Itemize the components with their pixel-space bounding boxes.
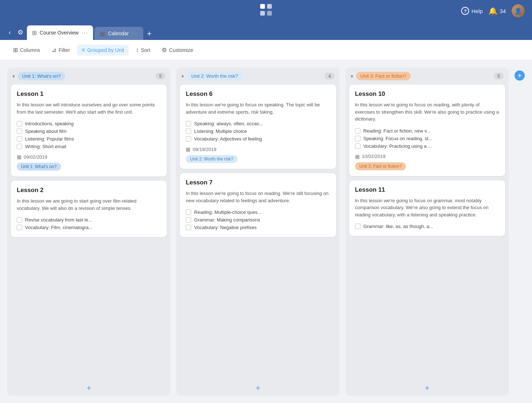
task-label: Writing: Short email xyxy=(25,144,66,149)
add-card-button-unit-2[interactable]: + xyxy=(256,383,261,393)
sort-icon: ↕ xyxy=(136,47,139,53)
notification-button[interactable]: 🔔 34 xyxy=(488,7,506,15)
card-title-lesson-1: Lesson 1 xyxy=(17,90,161,98)
chevron-down-icon[interactable]: ▾ xyxy=(351,73,353,79)
unit-badge-unit-1[interactable]: Unit 1: What's on? xyxy=(18,72,65,80)
task-checkbox[interactable] xyxy=(186,121,191,126)
grouped-by-unit-button[interactable]: ≡ Grouped by Unit xyxy=(77,45,128,56)
columns-icon: ⊞ xyxy=(13,46,18,53)
add-card-button-unit-3[interactable]: + xyxy=(425,383,430,393)
card-lesson-11: Lesson 11In this lesson we're going to f… xyxy=(349,180,505,236)
date-text: 10/02/2019 xyxy=(362,154,386,159)
back-button[interactable]: ‹ xyxy=(6,27,14,38)
add-column-button[interactable]: + xyxy=(515,70,525,81)
task-checkbox[interactable] xyxy=(186,217,191,223)
date-text: 09/02/2019 xyxy=(24,154,47,160)
task-checkbox[interactable] xyxy=(17,129,22,134)
column-header-unit-3: ▾Unit 3: Fact or fiction?5 xyxy=(346,68,509,85)
notification-count: 34 xyxy=(500,8,506,14)
toolbar: ⊞ Columns ⊿ Filter ≡ Grouped by Unit ↕ S… xyxy=(0,40,532,60)
card-unit-badge-lesson-6[interactable]: Unit 2: Worth the risk? xyxy=(186,155,238,163)
task-checkbox[interactable] xyxy=(355,128,360,134)
task-item: Vocabulary: Negative prefixes xyxy=(186,224,330,231)
task-checkbox[interactable] xyxy=(186,209,191,215)
task-item: Vocabulary: Practicing using a ... xyxy=(355,142,499,150)
calendar-icon: ▦ xyxy=(17,154,21,160)
column-unit-2: ▾Unit 2: Worth the risk?4Lesson 6In this… xyxy=(176,68,339,396)
task-label: Reading: Fact or fiction, new v... xyxy=(363,128,431,134)
add-tab-button[interactable]: + xyxy=(145,29,154,38)
group-icon: ≡ xyxy=(81,47,85,53)
card-date-lesson-1: ▦09/02/2019 xyxy=(17,154,161,160)
tab-course-icon: ⊞ xyxy=(32,29,37,36)
tab-calendar-more-icon[interactable]: ⋯ xyxy=(132,29,138,37)
card-description-lesson-11: In this lesson we're going to focus on g… xyxy=(355,197,499,219)
card-title-lesson-6: Lesson 6 xyxy=(186,90,330,98)
card-date-lesson-10: ▦10/02/2019 xyxy=(355,154,499,159)
task-checkbox[interactable] xyxy=(186,136,191,142)
card-lesson-6: Lesson 6In this lesson we're going to fo… xyxy=(180,85,336,169)
task-checkbox[interactable] xyxy=(355,136,360,141)
column-unit-1: ▾Unit 1: What's on?5Lesson 1In this less… xyxy=(7,68,170,396)
task-label: Listening: Multiple choice xyxy=(194,129,247,134)
help-button[interactable]: ? Help xyxy=(461,7,483,15)
task-label: Speaking: Focus on reading, st... xyxy=(363,136,432,141)
task-checkbox[interactable] xyxy=(17,136,22,142)
calendar-icon: ▦ xyxy=(186,146,190,152)
chevron-down-icon[interactable]: ▾ xyxy=(181,73,184,79)
task-checkbox[interactable] xyxy=(17,144,22,149)
task-item: Reading: Fact or fiction, new v... xyxy=(355,127,499,135)
tab-more-icon[interactable]: ⋯ xyxy=(81,29,88,37)
avatar[interactable]: 👤 xyxy=(512,4,525,17)
column-bottom-unit-3: + xyxy=(346,380,509,396)
columns-container: ▾Unit 1: What's on?5Lesson 1In this less… xyxy=(7,68,525,396)
task-checkbox[interactable] xyxy=(355,143,360,149)
task-item: Grammar: like, as, as though, a... xyxy=(355,223,499,230)
chevron-down-icon[interactable]: ▾ xyxy=(12,73,15,79)
help-icon: ? xyxy=(461,7,469,15)
column-unit-3: ▾Unit 3: Fact or fiction?5Lesson 10In th… xyxy=(346,68,509,396)
tab-calendar-label: Calendar xyxy=(108,30,129,36)
task-item: Revise vocabulary from last le... xyxy=(17,216,161,224)
customize-icon: ⚙ xyxy=(162,46,167,53)
task-label: Reading: Multiple-choice ques... xyxy=(194,209,261,215)
filter-button[interactable]: ⊿ Filter xyxy=(47,44,74,56)
task-checkbox[interactable] xyxy=(17,121,22,126)
task-item: Speaking: Focus on reading, st... xyxy=(355,135,499,142)
customize-label: Customize xyxy=(169,47,193,53)
card-description-lesson-1: In this lesson we will introduce ourselv… xyxy=(17,101,161,115)
task-label: Speaking: always, often, occas... xyxy=(194,121,263,126)
task-checkbox[interactable] xyxy=(17,217,22,223)
tab-bar: ‹ ⚙ ⊞ Course Overview ⋯ ▦ Calendar ⋯ + xyxy=(0,22,532,40)
card-unit-badge-lesson-10[interactable]: Unit 3: Fact or fiction? xyxy=(355,162,406,170)
card-description-lesson-10: In this lesson we're going to focus on r… xyxy=(355,101,499,123)
card-title-lesson-2: Lesson 2 xyxy=(17,187,161,194)
task-label: Vocabulary: Adjectives of feeling xyxy=(194,136,262,142)
settings-button[interactable]: ⚙ xyxy=(15,27,25,38)
task-checkbox[interactable] xyxy=(186,129,191,134)
card-lesson-7: Lesson 7In this lesson we're going to fo… xyxy=(180,173,336,237)
avatar-image: 👤 xyxy=(512,4,525,17)
card-title-lesson-10: Lesson 10 xyxy=(355,90,499,98)
unit-badge-unit-2[interactable]: Unit 2: Worth the risk? xyxy=(187,72,242,80)
card-unit-badge-lesson-1[interactable]: Unit 1: What's on? xyxy=(17,163,61,171)
tab-course-overview[interactable]: ⊞ Course Overview ⋯ xyxy=(27,25,93,40)
tab-calendar[interactable]: ▦ Calendar ⋯ xyxy=(94,27,143,40)
columns-button[interactable]: ⊞ Columns xyxy=(9,44,44,56)
grouped-by-unit-label: Grouped by Unit xyxy=(87,47,124,53)
cards-container-unit-3: Lesson 10In this lesson we're going to f… xyxy=(346,85,509,380)
tab-course-label: Course Overview xyxy=(40,30,78,36)
task-checkbox[interactable] xyxy=(186,225,191,230)
customize-button[interactable]: ⚙ Customize xyxy=(157,44,197,56)
add-card-button-unit-1[interactable]: + xyxy=(86,383,91,393)
filter-icon: ⊿ xyxy=(52,46,56,53)
task-checkbox[interactable] xyxy=(17,225,22,230)
task-label: Vocabulary: Practicing using a ... xyxy=(363,143,432,149)
task-item: Vocabulary: Film, cinematogra... xyxy=(17,224,161,231)
task-item: Introductions, speaking xyxy=(17,120,161,127)
columns-label: Columns xyxy=(20,47,40,53)
unit-badge-unit-3[interactable]: Unit 3: Fact or fiction? xyxy=(356,72,411,80)
column-bottom-unit-1: + xyxy=(7,380,170,396)
task-checkbox[interactable] xyxy=(355,224,360,229)
sort-button[interactable]: ↕ Sort xyxy=(132,45,155,56)
